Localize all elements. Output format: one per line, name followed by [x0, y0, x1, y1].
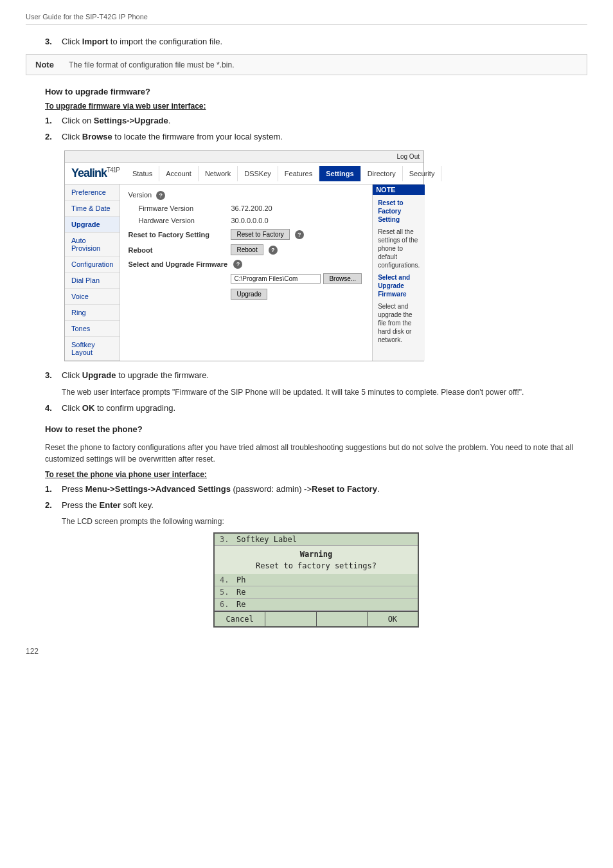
- note-panel-title: NOTE: [373, 185, 425, 195]
- step1-text: Click on Settings->Upgrade.: [62, 116, 170, 125]
- import-bold: Import: [82, 37, 108, 46]
- upgrade-button[interactable]: Upgrade: [231, 289, 267, 300]
- note-select-heading: Select and Upgrade Firmware: [378, 273, 420, 298]
- reset-factory-button[interactable]: Reset to Factory: [231, 229, 289, 240]
- sidebar-preference[interactable]: Preference: [65, 185, 120, 201]
- version-label: Version ?: [128, 191, 231, 200]
- tab-dsskey[interactable]: DSSKey: [238, 166, 278, 181]
- sidebar-upgrade[interactable]: Upgrade: [65, 217, 120, 233]
- step4-num: 4.: [45, 403, 59, 413]
- upgrade-firmware-row: Select and Upgrade Firmware ?: [128, 260, 364, 269]
- note-box: Note The file format of configuration fi…: [26, 54, 587, 75]
- lcd-cancel-btn[interactable]: Cancel: [215, 612, 265, 626]
- hardware-version-value: 30.0.0.0.0.0: [231, 217, 268, 224]
- lcd-empty-btn-1: [265, 612, 316, 626]
- lcd-row-4: 4. Ph: [215, 574, 418, 586]
- reset-step2-bold: Enter: [100, 500, 121, 510]
- yealink-ui: Log Out YealinkT41P Status Account Netwo…: [64, 150, 424, 361]
- step3-bold: Upgrade: [82, 370, 116, 380]
- lcd-buttons-row: Cancel OK: [215, 611, 418, 626]
- sidebar-time-date[interactable]: Time & Date: [65, 201, 120, 217]
- browse-button[interactable]: Browse...: [323, 273, 362, 284]
- reset-factory-row: Reset to Factory Setting Reset to Factor…: [128, 229, 364, 240]
- reboot-button[interactable]: Reboot: [231, 244, 263, 255]
- sidebar-configuration[interactable]: Configuration: [65, 257, 120, 273]
- step1-bold: Settings->Upgrade: [94, 116, 168, 125]
- step4-text: Click OK to confirm upgrading.: [62, 403, 175, 413]
- tab-settings[interactable]: Settings: [319, 166, 360, 181]
- upgrade-heading: How to upgrade firmware?: [45, 87, 587, 96]
- reset-step2-num: 2.: [45, 500, 59, 510]
- reset-help-icon[interactable]: ?: [295, 230, 304, 239]
- step-import-text: Click Import to import the configuration…: [62, 37, 222, 46]
- step-num-import: 3.: [45, 37, 59, 46]
- note-reset-heading: Reset to Factory Setting: [378, 199, 420, 224]
- tab-directory[interactable]: Directory: [361, 166, 403, 181]
- upgrade-btn-row: Upgrade: [128, 289, 364, 300]
- tab-network[interactable]: Network: [199, 166, 238, 181]
- lcd-row-6: 6. Re: [215, 599, 418, 611]
- firmware-version-value: 36.72.200.20: [231, 204, 272, 212]
- tab-account[interactable]: Account: [159, 166, 199, 181]
- reboot-label: Reboot: [128, 246, 231, 254]
- sidebar-auto-provision[interactable]: Auto Provision: [65, 233, 120, 257]
- yealink-body: Preference Time & Date Upgrade Auto Prov…: [65, 185, 423, 361]
- reset-sub-heading: To reset the phone via phone user interf…: [45, 470, 587, 479]
- upgrade-firmware-label: Select and Upgrade Firmware: [128, 260, 231, 268]
- reset-factory-label: Reset to Factory Setting: [128, 231, 231, 239]
- reset-step2-text: Press the Enter soft key.: [62, 500, 154, 510]
- note-select-text: Select and upgrade the file from the har…: [378, 302, 420, 344]
- lcd-row-5: 5. Re: [215, 586, 418, 599]
- reset-step1-bold1: Menu->Settings->Advanced Settings: [85, 484, 231, 494]
- reset-step1-text: Press Menu->Settings->Advanced Settings …: [62, 484, 380, 494]
- model-label: T41P: [107, 167, 120, 174]
- sidebar-tones[interactable]: Tones: [65, 321, 120, 337]
- note-text: The file format of configuration file mu…: [69, 60, 234, 69]
- yealink-sidebar: Preference Time & Date Upgrade Auto Prov…: [65, 185, 120, 361]
- tab-security[interactable]: Security: [403, 166, 442, 181]
- lcd-row-3-text: Softkey Label: [236, 535, 297, 544]
- page-number: 122: [26, 647, 587, 656]
- tab-status[interactable]: Status: [126, 166, 159, 181]
- reset-step1-num: 1.: [45, 484, 59, 494]
- yealink-content: Version ? Firmware Version 36.72.200.20 …: [120, 185, 372, 361]
- reset-step1-bold2: Reset to Factory: [312, 484, 377, 494]
- step4-bold: OK: [82, 403, 95, 413]
- step3-text: Click Upgrade to upgrade the firmware.: [62, 370, 209, 380]
- reboot-help-icon[interactable]: ?: [269, 246, 278, 255]
- sidebar-voice[interactable]: Voice: [65, 289, 120, 305]
- reset-heading: How to reset the phone?: [45, 424, 587, 434]
- file-path-display: C:\Program Files\Com: [231, 274, 321, 284]
- yealink-header: YealinkT41P Status Account Network DSSKe…: [65, 163, 423, 185]
- step2-text: Click Browse to locate the firmware from…: [62, 132, 283, 141]
- sidebar-ring[interactable]: Ring: [65, 305, 120, 321]
- lcd-warning-dialog: Warning Reset to factory settings?: [215, 546, 418, 574]
- firmware-version-label: Firmware Version: [128, 204, 231, 212]
- hardware-version-label: Hardware Version: [128, 217, 231, 224]
- tab-features[interactable]: Features: [278, 166, 319, 181]
- lcd-ok-btn[interactable]: OK: [368, 612, 418, 626]
- step2-bold: Browse: [82, 132, 112, 141]
- sidebar-dial-plan[interactable]: Dial Plan: [65, 273, 120, 289]
- yealink-logo: YealinkT41P: [65, 163, 126, 184]
- version-help-icon[interactable]: ?: [156, 191, 165, 200]
- lcd-row-4-text: Ph: [236, 575, 245, 584]
- lcd-row-5-text: Re: [236, 588, 245, 597]
- yealink-nav: Status Account Network DSSKey Features S…: [126, 166, 441, 181]
- lcd-empty-btn-2: [317, 612, 368, 626]
- note-panel: NOTE Reset to Factory Setting Reset all …: [372, 185, 425, 361]
- warning-title: Warning: [218, 550, 414, 559]
- logout-button[interactable]: Log Out: [396, 153, 420, 160]
- upgrade-help-icon[interactable]: ?: [233, 260, 242, 269]
- step2-num: 2.: [45, 132, 59, 141]
- lcd-row-3: 3. Softkey Label: [215, 534, 418, 546]
- note-reset-text: Reset all the settings of the phone to d…: [378, 228, 420, 269]
- hardware-version-row: Hardware Version 30.0.0.0.0.0: [128, 217, 364, 224]
- warning-text: Reset to factory settings?: [218, 561, 414, 570]
- reset-intro: Reset the phone to factory configuration…: [45, 442, 587, 465]
- version-row: Version ?: [128, 191, 364, 200]
- firmware-version-row: Firmware Version 36.72.200.20: [128, 204, 364, 212]
- lcd-row-6-text: Re: [236, 600, 245, 609]
- sidebar-softkey-layout[interactable]: Softkey Layout: [65, 337, 120, 361]
- step1-num: 1.: [45, 116, 59, 125]
